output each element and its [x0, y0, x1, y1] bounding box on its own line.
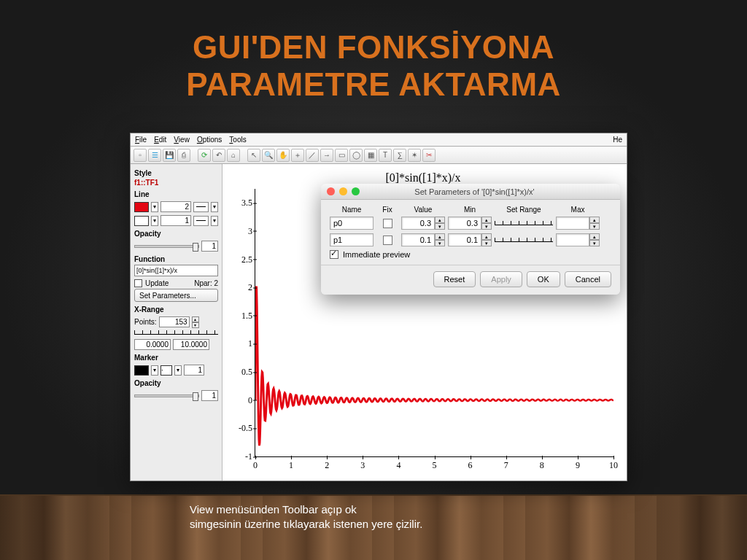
ok-button[interactable]: OK	[527, 271, 560, 287]
sidebar: Style f1::TF1 Line ▾ 2 ▾ ▾ 1 ▾ Opacity	[131, 164, 222, 481]
tool-latex-icon[interactable]: ∑	[393, 149, 406, 162]
marker-style-swatch[interactable]: ·	[160, 365, 172, 376]
close-icon[interactable]	[327, 187, 335, 195]
dialog-titlebar[interactable]: Set Parameters of '[0]*sin([1]*x)/x'	[321, 184, 620, 200]
marker-opacity-slider[interactable]	[134, 394, 199, 397]
p1-max-stepper[interactable]: ▴▾	[556, 233, 600, 246]
marker-opacity-value[interactable]: 1	[201, 390, 218, 401]
xtick: 6	[468, 460, 473, 471]
points-input[interactable]: 153	[159, 316, 190, 327]
marker-color-caret-icon[interactable]: ▾	[151, 365, 158, 376]
tool-undo-icon[interactable]: ↶	[212, 149, 225, 162]
ytick: -1	[231, 451, 252, 462]
marker-style-caret-icon[interactable]: ▾	[174, 365, 182, 376]
fill-style-caret-icon[interactable]: ▾	[211, 216, 218, 226]
tool-rect-icon[interactable]: ▭	[335, 149, 348, 162]
line-width2-input[interactable]: 1	[160, 215, 191, 226]
menu-edit[interactable]: Edit	[154, 136, 166, 144]
p0-max-stepper[interactable]: ▴▾	[556, 217, 600, 230]
tool-pointer-icon[interactable]: ↖	[247, 149, 260, 162]
tool-text-icon[interactable]: T	[379, 149, 392, 162]
tool-zoom-icon[interactable]: 🔍	[262, 149, 275, 162]
line-width-input[interactable]: 2	[160, 201, 191, 212]
line-color-caret-icon[interactable]: ▾	[151, 202, 158, 212]
xtick: 2	[325, 460, 329, 471]
tool-marker-icon[interactable]: ✶	[408, 149, 421, 162]
fill-style-select[interactable]	[193, 216, 209, 226]
xrange-slider[interactable]	[134, 330, 218, 335]
p0-min-stepper[interactable]: 0.3▴▾	[448, 217, 492, 230]
fill-color-caret-icon[interactable]: ▾	[151, 216, 158, 226]
menu-options[interactable]: Options	[197, 136, 222, 144]
caption-line2: simgesinin üzerine tıklayarak istenen ye…	[190, 518, 422, 530]
xtick: 5	[433, 460, 437, 471]
p1-value-stepper[interactable]: 0.1▴▾	[401, 233, 445, 246]
tool-open-icon[interactable]: ☰	[148, 149, 161, 162]
check-icon	[330, 250, 338, 259]
dialog-title: Set Parameters of '[0]*sin([1]*x)/x'	[335, 187, 614, 196]
function-label: Function	[134, 255, 218, 263]
param-row-p1: p1 0.1▴▾ 0.1▴▾ ▴▾	[330, 233, 611, 246]
menu-tools[interactable]: Tools	[229, 136, 246, 144]
points-stepper[interactable]: ▴▾	[192, 316, 199, 327]
xtick: 1	[289, 460, 293, 471]
param-header: Name Fix Value Min Set Range Max	[330, 206, 611, 214]
p0-fix-checkbox[interactable]	[383, 219, 392, 228]
tool-ellipse-icon[interactable]: ◯	[349, 149, 363, 162]
xtick: 3	[360, 460, 365, 471]
marker-opacity-label: Opacity	[134, 379, 218, 387]
xtick: 4	[396, 460, 400, 471]
update-checkbox[interactable]: Update	[134, 279, 169, 287]
ytick: -0.5	[231, 423, 252, 434]
slide-title-line2: PARAMETRE AKTARMA	[186, 66, 561, 102]
line-label: Line	[134, 190, 218, 198]
tool-line-icon[interactable]: ／	[306, 149, 319, 162]
p1-name[interactable]: p1	[330, 233, 374, 246]
ytick: 0	[231, 394, 252, 405]
menu-view[interactable]: View	[174, 136, 190, 144]
p1-range-slider[interactable]	[495, 238, 553, 242]
marker-color-swatch[interactable]	[134, 365, 149, 376]
tool-refresh-icon[interactable]: ⟳	[198, 149, 211, 162]
toolbar: ▫ ☰ 💾 ⎙ ⟳ ↶ ⌂ ↖ 🔍 ✋ ＋ ／ → ▭ ◯ ▦ T ∑ ✶ ✂	[131, 147, 627, 164]
line-color-swatch[interactable]	[134, 202, 149, 212]
marker-size-input[interactable]: 1	[184, 365, 204, 376]
p1-fix-checkbox[interactable]	[383, 236, 392, 245]
tool-cut-icon[interactable]: ✂	[422, 149, 436, 162]
p0-value-stepper[interactable]: 0.3▴▾	[401, 217, 445, 230]
menu-file[interactable]: FFileile	[135, 136, 147, 144]
xmin-input[interactable]: 0.0000	[134, 339, 171, 350]
set-parameters-button[interactable]: Set Parameters...	[134, 289, 218, 302]
p1-min-stepper[interactable]: 0.1▴▾	[448, 233, 492, 246]
cancel-button[interactable]: Cancel	[565, 271, 611, 287]
tool-home-icon[interactable]: ⌂	[227, 149, 240, 162]
tool-print-icon[interactable]: ⎙	[177, 149, 190, 162]
xrange-label: X-Range	[134, 306, 218, 314]
menu-help[interactable]: He	[613, 136, 622, 144]
tool-pad-icon[interactable]: ▦	[364, 149, 377, 162]
tool-hand-icon[interactable]: ✋	[276, 149, 290, 162]
immediate-preview-checkbox[interactable]: Immediate preview	[330, 250, 611, 259]
tool-new-icon[interactable]: ▫	[133, 149, 147, 162]
opacity-value[interactable]: 1	[201, 241, 218, 252]
p0-name[interactable]: p0	[330, 217, 374, 230]
tool-save-icon[interactable]: 💾	[163, 149, 176, 162]
xmax-input[interactable]: 10.0000	[173, 339, 209, 350]
tool-arrow-icon[interactable]: →	[320, 149, 333, 162]
function-input[interactable]: [0]*sin([1]*x)/x	[134, 265, 218, 276]
xtick: 8	[540, 460, 544, 471]
p0-range-slider[interactable]	[495, 221, 553, 225]
line-style-caret-icon[interactable]: ▾	[211, 202, 218, 212]
fill-color-swatch[interactable]	[134, 216, 149, 226]
reset-button[interactable]: Reset	[433, 271, 476, 287]
apply-button[interactable]: Apply	[480, 271, 522, 287]
slide-title-line1: GUI'DEN FONKSİYONA	[193, 29, 554, 65]
style-label: Style	[134, 169, 218, 177]
ytick: 2.5	[231, 254, 252, 265]
caption-line1: View menüsünden Toolbar açıp ok	[190, 503, 357, 516]
slide-caption: View menüsünden Toolbar açıp ok simgesin…	[190, 502, 554, 531]
tool-crosshair-icon[interactable]: ＋	[291, 149, 304, 162]
opacity-slider[interactable]	[134, 245, 199, 248]
line-style-select[interactable]	[193, 202, 209, 212]
xtick: 9	[576, 460, 580, 471]
